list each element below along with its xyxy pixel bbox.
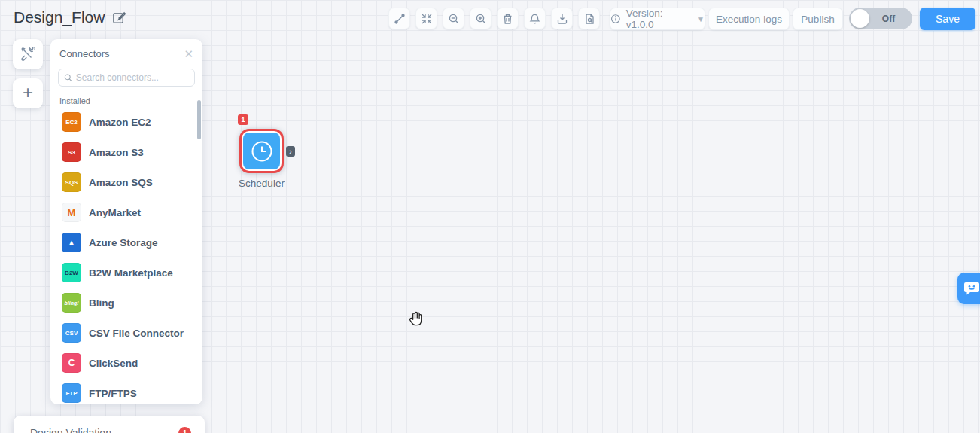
connectors-panel: Connectors ✕ Installed EC2 Amazon EC2 S3… xyxy=(50,39,202,404)
chevron-down-icon: ▼ xyxy=(697,15,705,23)
zoom-in-icon[interactable] xyxy=(470,8,492,29)
info-icon xyxy=(610,14,621,24)
document-preview-icon[interactable] xyxy=(578,8,600,29)
anymarket-icon: M xyxy=(62,203,81,222)
add-node-button[interactable]: + xyxy=(13,78,43,108)
connector-item-csv-file-connector[interactable]: CSV CSV File Connector xyxy=(50,318,202,348)
bling-icon: bling! xyxy=(62,293,81,313)
fit-to-screen-icon[interactable] xyxy=(415,8,437,29)
connector-item-amazon-s3[interactable]: S3 Amazon S3 xyxy=(50,137,202,167)
version-label: Version: v1.0.0 xyxy=(626,8,692,30)
node-error-badge: 1 xyxy=(238,114,248,125)
amazon-sqs-icon: SQS xyxy=(62,172,81,192)
plus-icon: + xyxy=(23,84,33,102)
amazon-ec2-icon: EC2 xyxy=(62,112,81,132)
page-title-row: Design_Flow xyxy=(14,8,126,26)
validation-error-badge: 1 xyxy=(178,427,191,433)
ftp-ftps-icon: FTP xyxy=(62,383,81,403)
connector-item-amazon-ec2[interactable]: EC2 Amazon EC2 xyxy=(50,107,202,137)
connector-item-amazon-sqs[interactable]: SQS Amazon SQS xyxy=(50,167,202,197)
tools-icon xyxy=(20,47,35,62)
scheduler-node[interactable] xyxy=(239,129,284,173)
import-download-icon[interactable] xyxy=(551,8,573,29)
connector-item-azure-storage[interactable]: ▲ Azure Storage xyxy=(50,227,202,258)
flow-enabled-toggle[interactable]: Off xyxy=(849,8,912,29)
toggle-knob xyxy=(851,9,869,28)
publish-button[interactable]: Publish xyxy=(793,8,843,30)
search-connectors-input[interactable] xyxy=(76,72,189,83)
clock-icon xyxy=(248,138,275,165)
support-chat-icon xyxy=(963,279,980,297)
design-validation-bar[interactable]: Design Validation 1 xyxy=(14,416,205,433)
tools-button[interactable] xyxy=(13,39,43,69)
rename-flow-icon[interactable] xyxy=(112,11,126,25)
connectors-panel-title: Connectors xyxy=(59,48,109,59)
notifications-bell-icon[interactable] xyxy=(524,8,546,29)
close-icon[interactable]: ✕ xyxy=(184,48,193,59)
connector-search xyxy=(58,69,195,87)
azure-storage-icon: ▲ xyxy=(62,233,81,252)
connector-item-clicksend[interactable]: C ClickSend xyxy=(50,348,202,378)
clicksend-icon: C xyxy=(62,353,81,373)
connector-line-tool-icon[interactable] xyxy=(388,8,410,29)
node-label: Scheduler xyxy=(230,178,294,189)
search-icon xyxy=(64,73,72,82)
version-dropdown[interactable]: Version: v1.0.0 ▼ xyxy=(610,8,705,30)
support-chat-button[interactable] xyxy=(957,273,980,304)
delete-icon[interactable] xyxy=(497,8,519,29)
execution-logs-button[interactable]: Execution logs xyxy=(708,8,790,30)
design-validation-label: Design Validation xyxy=(30,427,111,433)
zoom-out-icon[interactable] xyxy=(443,8,464,29)
panel-scrollbar-thumb[interactable] xyxy=(197,100,201,139)
connector-item-b2w-marketplace[interactable]: B2W B2W Marketplace xyxy=(50,258,202,288)
connector-item-bling[interactable]: bling! Bling xyxy=(50,288,202,318)
save-button[interactable]: Save xyxy=(920,8,975,30)
flow-designer-app: { "header": { "title": "Design_Flow", "v… xyxy=(0,0,980,433)
b2w-marketplace-icon: B2W xyxy=(62,263,81,282)
connector-list: EC2 Amazon EC2 S3 Amazon S3 SQS Amazon S… xyxy=(50,107,202,404)
installed-section-label: Installed xyxy=(59,96,202,105)
connector-item-anymarket[interactable]: M AnyMarket xyxy=(50,197,202,227)
flow-title: Design_Flow xyxy=(14,8,105,26)
amazon-s3-icon: S3 xyxy=(62,142,81,162)
node-output-port[interactable]: › xyxy=(286,146,295,157)
connector-item-ftp-ftps[interactable]: FTP FTP/FTPS xyxy=(50,378,202,404)
toggle-state-label: Off xyxy=(869,14,912,24)
csv-file-icon: CSV xyxy=(62,323,81,343)
